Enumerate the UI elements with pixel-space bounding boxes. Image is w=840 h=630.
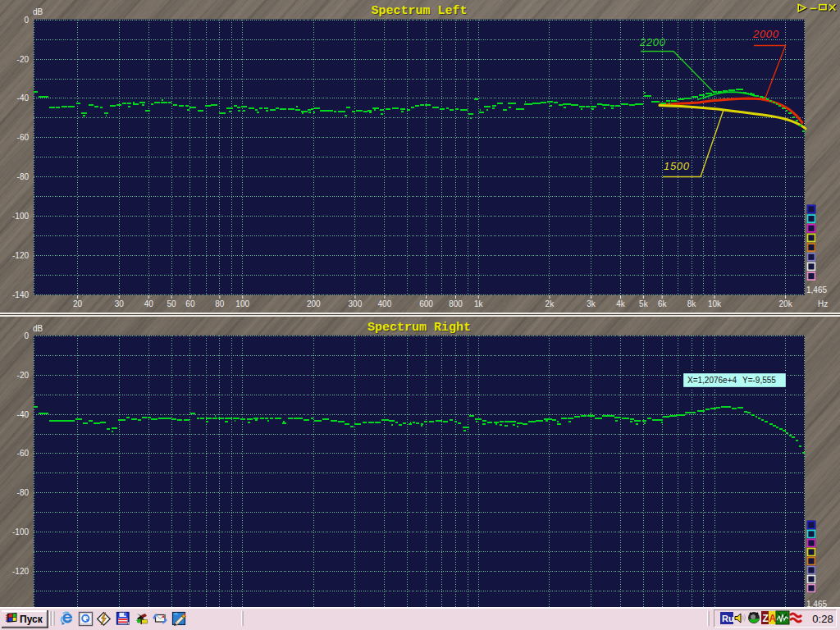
svg-text:200: 200 [307, 299, 321, 308]
svg-text:2200: 2200 [639, 36, 666, 48]
svg-text:3k: 3k [587, 299, 596, 308]
svg-text:10k: 10k [708, 299, 722, 308]
svg-text:Spectrum Right: Spectrum Right [368, 321, 471, 335]
svg-text:Spectrum Left: Spectrum Left [371, 4, 467, 18]
svg-text:-120: -120 [12, 567, 29, 576]
svg-text:2000: 2000 [752, 28, 779, 40]
svg-text:dB: dB [33, 324, 43, 333]
svg-text:100: 100 [235, 299, 249, 308]
svg-text:-40: -40 [17, 410, 30, 419]
svg-text:0: 0 [24, 331, 29, 340]
svg-text:6k: 6k [658, 299, 668, 308]
svg-text:-20: -20 [17, 55, 30, 64]
svg-text:-40: -40 [17, 94, 30, 103]
svg-text:4k: 4k [616, 299, 626, 308]
svg-text:600: 600 [419, 299, 433, 308]
svg-text:20k: 20k [779, 299, 793, 308]
svg-text:-20: -20 [17, 371, 30, 380]
svg-text:Ru: Ru [722, 614, 734, 623]
svg-text:0: 0 [24, 16, 29, 25]
svg-text:Y=-9,555: Y=-9,555 [742, 376, 776, 385]
svg-text:8k: 8k [687, 299, 697, 308]
svg-text:50: 50 [167, 299, 177, 308]
svg-text:0:28: 0:28 [812, 613, 833, 625]
svg-text:-60: -60 [17, 449, 30, 458]
svg-text:1,465: 1,465 [806, 600, 827, 608]
svg-text:40: 40 [144, 299, 154, 308]
svg-text:dB: dB [33, 7, 43, 16]
svg-text:20: 20 [73, 299, 83, 308]
svg-text:-120: -120 [12, 251, 29, 260]
svg-text:2k: 2k [546, 299, 555, 308]
svg-text:-100: -100 [12, 527, 29, 536]
svg-text:Пуск: Пуск [20, 614, 43, 625]
svg-text:-80: -80 [17, 172, 30, 181]
svg-text:1500: 1500 [664, 160, 690, 172]
svg-text:X=1,2076e+4: X=1,2076e+4 [687, 376, 737, 385]
svg-text:-60: -60 [17, 133, 30, 142]
svg-text:5k: 5k [639, 299, 649, 308]
svg-text:30: 30 [115, 299, 125, 308]
svg-text:-80: -80 [17, 488, 30, 497]
svg-text:Hz: Hz [818, 299, 828, 308]
svg-text:60: 60 [185, 299, 195, 308]
svg-text:400: 400 [378, 299, 392, 308]
svg-text:300: 300 [349, 299, 363, 308]
svg-text:-140: -140 [12, 290, 29, 299]
svg-text:1k: 1k [474, 299, 484, 308]
svg-text:-100: -100 [12, 212, 29, 221]
svg-text:800: 800 [449, 299, 463, 308]
svg-text:1,465: 1,465 [806, 285, 827, 294]
svg-text:Z: Z [762, 613, 768, 624]
svg-text:80: 80 [215, 299, 225, 308]
svg-text:A: A [769, 613, 777, 624]
